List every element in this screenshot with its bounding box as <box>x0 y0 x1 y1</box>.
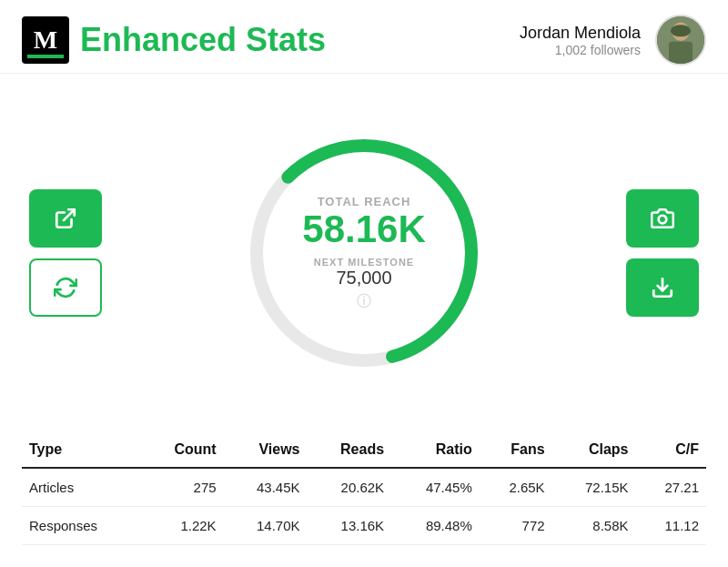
gauge-container: TOTAL REACH 58.16K NEXT MILESTONE 75,000… <box>237 126 491 380</box>
left-buttons <box>29 189 102 317</box>
table-section: Type Count Views Reads Ratio Fans Claps … <box>0 432 728 567</box>
logo-box: M <box>22 16 69 64</box>
user-name: Jordan Mendiola <box>520 24 641 43</box>
header-left: M Enhanced Stats <box>22 16 326 64</box>
col-ratio: Ratio <box>391 432 480 468</box>
cell-type: Articles <box>22 468 142 507</box>
col-reads: Reads <box>308 432 392 468</box>
gauge-text: TOTAL REACH 58.16K NEXT MILESTONE 75,000… <box>302 195 425 310</box>
refresh-button[interactable] <box>29 258 102 317</box>
table-body: Articles 275 43.45K 20.62K 47.45% 2.65K … <box>22 468 706 545</box>
cell-ratio: 89.48% <box>391 507 480 545</box>
cell-reads: 20.62K <box>308 468 392 507</box>
gauge-value: 58.16K <box>302 208 425 250</box>
svg-point-7 <box>659 216 667 224</box>
cell-claps: 72.15K <box>552 468 636 507</box>
logo-bar <box>27 55 64 58</box>
cell-views: 14.70K <box>224 507 308 545</box>
svg-rect-2 <box>669 42 693 64</box>
header-right: Jordan Mendiola 1,002 followers <box>520 15 706 66</box>
cell-fans: 2.65K <box>480 468 552 507</box>
external-link-button[interactable] <box>29 189 102 248</box>
main-content: TOTAL REACH 58.16K NEXT MILESTONE 75,000… <box>0 74 728 432</box>
cell-type: Responses <box>22 507 142 545</box>
download-button[interactable] <box>626 258 699 317</box>
table-header-row: Type Count Views Reads Ratio Fans Claps … <box>22 432 706 468</box>
cell-cf: 27.21 <box>636 468 706 507</box>
cell-cf: 11.12 <box>636 507 706 545</box>
avatar <box>655 15 706 66</box>
cell-reads: 13.16K <box>308 507 392 545</box>
table-row: Responses 1.22K 14.70K 13.16K 89.48% 772… <box>22 507 706 545</box>
gauge-label: TOTAL REACH <box>302 195 425 208</box>
logo-letter: M <box>34 27 57 53</box>
col-count: Count <box>142 432 224 468</box>
header: M Enhanced Stats Jordan Mendiola 1,002 f… <box>0 0 728 74</box>
col-type: Type <box>22 432 142 468</box>
camera-button[interactable] <box>626 189 699 248</box>
user-followers: 1,002 followers <box>520 43 641 57</box>
cell-count: 1.22K <box>142 507 224 545</box>
cell-fans: 772 <box>480 507 552 545</box>
table-row: Articles 275 43.45K 20.62K 47.45% 2.65K … <box>22 468 706 507</box>
col-views: Views <box>224 432 308 468</box>
camera-icon <box>651 207 674 230</box>
cell-count: 275 <box>142 468 224 507</box>
col-cf: C/F <box>636 432 706 468</box>
cell-ratio: 47.45% <box>391 468 480 507</box>
gauge-milestone-label: NEXT MILESTONE <box>302 257 425 268</box>
user-info: Jordan Mendiola 1,002 followers <box>520 24 641 57</box>
download-icon <box>651 276 674 299</box>
right-buttons <box>626 189 699 317</box>
app-title: Enhanced Stats <box>80 21 326 59</box>
avatar-image <box>657 16 704 64</box>
cell-claps: 8.58K <box>552 507 636 545</box>
gauge-help-icon[interactable]: ⓘ <box>302 292 425 311</box>
stats-table: Type Count Views Reads Ratio Fans Claps … <box>22 432 706 545</box>
refresh-icon <box>54 276 77 299</box>
svg-point-3 <box>671 25 691 36</box>
svg-line-4 <box>64 209 75 220</box>
col-claps: Claps <box>552 432 636 468</box>
cell-views: 43.45K <box>224 468 308 507</box>
table-header: Type Count Views Reads Ratio Fans Claps … <box>22 432 706 468</box>
gauge-milestone-value: 75,000 <box>302 268 425 289</box>
external-link-icon <box>54 207 77 230</box>
col-fans: Fans <box>480 432 552 468</box>
